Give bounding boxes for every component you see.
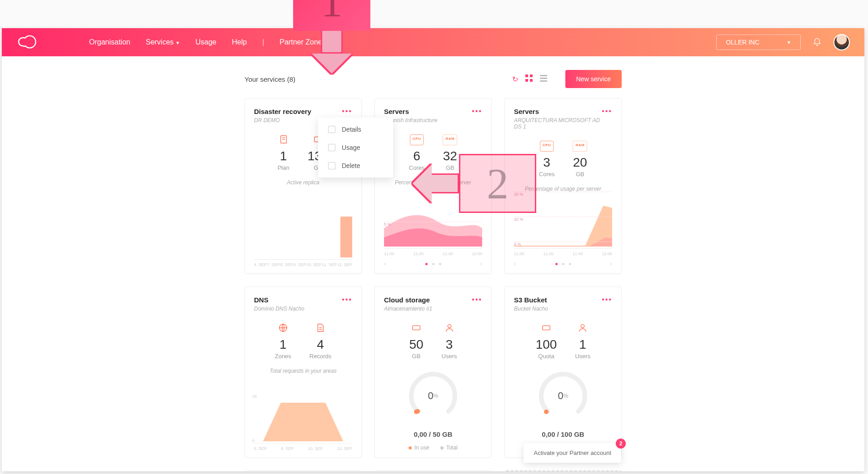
disk-icon <box>536 323 557 334</box>
card-more-icon[interactable]: ••• <box>602 296 612 303</box>
partner-activation-popup[interactable]: Activate your Partner account 2 <box>524 443 621 463</box>
stat-label: Plan <box>278 164 289 171</box>
card-title: S3 Bucket <box>514 296 548 304</box>
user-icon <box>442 323 457 334</box>
x-axis: 6. SEP8. SEP 10. SEP12. SEP <box>254 443 352 451</box>
annotation-callout-2: 2 <box>413 154 536 213</box>
svg-rect-19 <box>543 326 550 330</box>
card-tagline: Active replica <box>254 179 352 186</box>
stat-label: Users <box>442 353 457 360</box>
stat-value: 4 <box>309 337 331 352</box>
card-subtitle: Almacenamiento #1 <box>384 306 432 312</box>
stat-value: 20 <box>573 155 587 170</box>
annotation-callout-1: 1 <box>293 0 370 74</box>
user-icon <box>575 323 590 334</box>
area-chart: 15 0 <box>254 396 352 441</box>
disk-icon <box>409 323 423 334</box>
stat-value: 1 <box>275 337 291 352</box>
svg-rect-2 <box>525 79 528 82</box>
pager-prev-icon[interactable]: ‹ <box>384 261 386 267</box>
stat-label: Zones <box>275 353 291 360</box>
nav-services[interactable]: Services▼ <box>146 38 180 46</box>
pager-prev-icon[interactable]: ‹ <box>514 261 516 267</box>
nav-help[interactable]: Help <box>232 38 247 46</box>
card-title: Disaster recovery <box>254 108 311 115</box>
gauge-legend: In use Total <box>384 444 482 451</box>
notifications-icon[interactable] <box>813 38 822 47</box>
svg-rect-4 <box>540 75 547 76</box>
stat-label: Quota <box>536 353 557 360</box>
x-axis: 11:0011:20 11:4012:00 <box>384 248 482 256</box>
plan-icon <box>278 134 289 145</box>
card-more-icon[interactable]: ••• <box>472 296 482 303</box>
gauge-chart: 0% <box>406 369 460 423</box>
svg-rect-3 <box>530 79 533 82</box>
service-card-cloud-storage: Cloud storage Almacenamiento #1 ••• 50 G… <box>374 286 492 458</box>
card-tagline: Total requests in your areas <box>254 368 352 374</box>
stat-label: Users <box>575 353 590 360</box>
chart-pager: ‹ › <box>384 261 482 267</box>
card-title: Cloud storage <box>384 296 432 304</box>
svg-rect-0 <box>525 74 528 77</box>
popup-badge: 2 <box>616 439 626 449</box>
file-icon <box>309 323 331 334</box>
card-title: DNS <box>254 296 304 304</box>
card-more-icon[interactable]: ••• <box>342 296 352 303</box>
chart-pager: ‹ › <box>514 261 612 267</box>
service-card-s3-2: S3 Bucket ••• <box>374 470 492 471</box>
stat-label: GB <box>573 171 587 178</box>
stat-label: Cores <box>539 171 555 178</box>
stat-value: 100 <box>536 337 557 352</box>
svg-rect-15 <box>413 326 420 330</box>
topbar: Organisation Services▼ Usage Help | Part… <box>2 28 864 56</box>
cpu-icon: CPU <box>409 134 425 145</box>
x-axis: 4. SEP7. SEP 8. SEP9. SEP 10. SEP11. SEP… <box>254 259 352 267</box>
stat-value: 50 <box>409 337 423 352</box>
card-subtitle: Dominio DNS Nacho <box>254 306 304 312</box>
card-subtitle: Bucket Nacho <box>514 306 548 312</box>
avatar[interactable] <box>833 34 850 50</box>
card-subtitle: ARQUITECTURA MICROSOFT AD DS 1 <box>514 117 602 130</box>
card-more-icon[interactable]: ••• <box>472 108 482 115</box>
bar-chart <box>254 217 352 257</box>
cpu-icon: CPU <box>539 141 555 152</box>
ram-icon: RAM <box>573 141 587 152</box>
card-title: Servers <box>514 108 602 115</box>
nav-usage[interactable]: Usage <box>195 38 216 46</box>
pager-next-icon[interactable]: › <box>610 261 612 267</box>
nav-links: Organisation Services▼ Usage Help | Part… <box>89 38 322 46</box>
nav-organisation[interactable]: Organisation <box>89 38 130 46</box>
app-window: Organisation Services▼ Usage Help | Part… <box>2 28 864 471</box>
ram-icon: RAM <box>443 134 457 145</box>
pager-next-icon[interactable]: › <box>480 261 482 267</box>
stat-value: 3 <box>539 155 555 170</box>
card-subtitle: DR DEMO <box>254 117 311 123</box>
stat-label: Records <box>309 353 331 360</box>
card-more-icon[interactable]: ••• <box>342 108 352 115</box>
globe-icon <box>275 323 291 334</box>
stat-label: GB <box>409 353 423 360</box>
menu-usage[interactable]: Usage <box>318 138 393 157</box>
new-service-button[interactable]: New service <box>565 70 622 88</box>
org-selector[interactable]: OLLER INC▼ <box>716 35 801 50</box>
card-more-icon[interactable]: ••• <box>602 108 612 115</box>
gauge-chart: 0% <box>536 369 590 423</box>
svg-rect-5 <box>540 78 547 79</box>
x-axis: 11:0011:20 11:4012:00 <box>514 248 612 256</box>
svg-point-16 <box>448 325 451 328</box>
menu-details[interactable]: Details <box>318 120 393 138</box>
stat-value: 1 <box>575 337 590 352</box>
nav-divider: | <box>262 38 264 46</box>
stat-value: 3 <box>442 337 457 352</box>
service-card-s3: S3 Bucket Bucket Nacho ••• 100 Quota <box>504 286 622 458</box>
logo-icon <box>16 35 39 49</box>
service-card-dns-2: DNS ••• <box>244 470 362 471</box>
service-card-add-placeholder[interactable] <box>504 470 622 471</box>
refresh-icon[interactable]: ↻ <box>512 75 518 84</box>
services-count: Your services (8) <box>244 75 295 83</box>
service-card-dns: DNS Dominio DNS Nacho ••• 1 Zones <box>244 286 362 458</box>
svg-point-20 <box>581 325 584 328</box>
grid-view-icon[interactable] <box>525 74 533 84</box>
menu-delete[interactable]: Delete <box>318 157 393 175</box>
list-view-icon[interactable] <box>540 74 547 84</box>
